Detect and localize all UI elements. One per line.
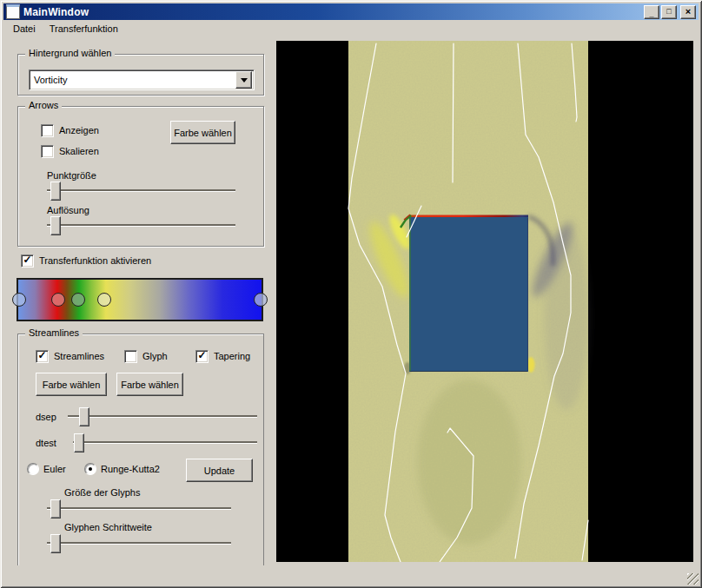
combobox-dropdown-button[interactable] xyxy=(235,71,252,89)
transfer-control-point[interactable] xyxy=(71,293,85,307)
radio-runge-kutta2[interactable]: Runge-Kutta2 xyxy=(84,463,160,475)
arrows-group-label: Arrows xyxy=(25,100,62,110)
radio-label: Euler xyxy=(43,464,66,474)
slider-track[interactable] xyxy=(73,441,257,443)
transfer-gradient[interactable] xyxy=(17,278,263,321)
checkbox-streamlines[interactable]: ✓ Streamlines xyxy=(36,350,104,362)
slider-track[interactable] xyxy=(47,507,231,509)
streamlines-groupbox: Streamlines ✓ Streamlines ✓ Glyph ✓ Tape… xyxy=(17,334,264,565)
checkbox-box[interactable]: ✓ xyxy=(36,350,49,363)
slider-handle[interactable] xyxy=(79,407,89,426)
glyph-step-label: Glyphen Schrittweite xyxy=(64,522,152,532)
dsep-label: dsep xyxy=(36,412,56,422)
obstacle xyxy=(409,216,528,372)
slider-handle[interactable] xyxy=(50,534,61,553)
checkbox-box[interactable]: ✓ xyxy=(124,350,137,363)
checkbox-box[interactable]: ✓ xyxy=(41,145,54,158)
visualization-canvas[interactable] xyxy=(276,41,693,562)
radio-dot-icon xyxy=(89,467,92,471)
glyph-size-slider[interactable] xyxy=(47,499,231,517)
checkbox-label: Glyph xyxy=(142,351,168,361)
dtest-slider[interactable] xyxy=(73,433,257,451)
slider-track[interactable] xyxy=(68,415,257,417)
minimize-button[interactable]: _ xyxy=(644,5,659,19)
arrows-color-button[interactable]: Farbe wählen xyxy=(170,121,235,144)
check-icon: ✓ xyxy=(37,350,46,360)
background-combobox[interactable]: Vorticity xyxy=(29,69,255,90)
aufloesung-label: Auflösung xyxy=(47,205,89,215)
dtest-label: dtest xyxy=(36,438,56,448)
menu-transferfunktion[interactable]: Transferfunktion xyxy=(43,22,124,36)
slider-handle[interactable] xyxy=(50,499,61,519)
slider-handle[interactable] xyxy=(50,216,61,235)
visualization-area[interactable] xyxy=(276,41,693,562)
slider-handle[interactable] xyxy=(50,182,61,201)
window-title: MainWindow xyxy=(23,6,644,18)
glyph-color-button[interactable]: Farbe wählen xyxy=(116,373,183,396)
glyph-size-label: Größe der Glyphs xyxy=(64,487,140,498)
checkbox-tapering[interactable]: ✓ Tapering xyxy=(195,350,250,362)
radio-euler[interactable]: Euler xyxy=(27,463,66,475)
check-icon: ✓ xyxy=(23,254,31,265)
aufloesung-slider[interactable] xyxy=(47,216,235,234)
slider-track[interactable] xyxy=(47,224,235,226)
maximize-icon: □ xyxy=(666,8,671,16)
checkbox-label: Transferfunktion aktivieren xyxy=(39,255,151,266)
checkbox-label: Skalieren xyxy=(59,146,99,156)
radio-circle[interactable] xyxy=(27,463,39,475)
background-groupbox: Hintergrund wählen Vorticity xyxy=(17,54,264,96)
slider-track[interactable] xyxy=(47,189,235,191)
maximize-button[interactable]: □ xyxy=(661,5,677,19)
streamline-color-button[interactable]: Farbe wählen xyxy=(36,373,107,396)
radio-label: Runge-Kutta2 xyxy=(101,464,160,474)
transfer-control-point[interactable] xyxy=(12,293,26,307)
punktgroesse-label: Punktgröße xyxy=(47,170,96,181)
check-icon: ✓ xyxy=(197,350,206,360)
control-panel: Hintergrund wählen Vorticity Arrows ✓ An… xyxy=(7,40,271,565)
background-group-label: Hintergrund wählen xyxy=(25,48,115,58)
checkbox-glyph[interactable]: ✓ Glyph xyxy=(124,350,168,362)
checkbox-label: Streamlines xyxy=(54,351,104,361)
checkbox-box[interactable]: ✓ xyxy=(21,254,34,268)
slider-handle[interactable] xyxy=(74,433,84,453)
checkbox-box[interactable]: ✓ xyxy=(195,350,209,363)
radio-circle[interactable] xyxy=(84,463,96,475)
checkbox-box[interactable]: ✓ xyxy=(41,124,54,137)
streamlines-group-label: Streamlines xyxy=(25,327,83,338)
checkbox-anzeigen[interactable]: ✓ Anzeigen xyxy=(41,124,99,136)
close-button[interactable]: × xyxy=(680,5,696,19)
background-combobox-value: Vorticity xyxy=(30,75,235,85)
transfer-control-point[interactable] xyxy=(51,293,65,307)
minimize-icon: _ xyxy=(649,10,653,18)
checkbox-skalieren[interactable]: ✓ Skalieren xyxy=(41,145,99,157)
checkbox-label: Tapering xyxy=(214,351,250,361)
app-window-icon[interactable] xyxy=(6,4,20,19)
title-bar[interactable]: MainWindow _ □ × xyxy=(3,3,699,20)
checkbox-transferfunktion[interactable]: ✓ Transferfunktion aktivieren xyxy=(21,254,151,267)
resize-grip[interactable] xyxy=(687,573,699,585)
menu-bar: Datei Transferfunktion xyxy=(3,20,699,37)
glyph-step-slider[interactable] xyxy=(47,534,231,552)
dsep-slider[interactable] xyxy=(68,407,257,425)
transfer-control-point[interactable] xyxy=(254,293,268,307)
checkbox-label: Anzeigen xyxy=(59,125,99,135)
arrows-groupbox: Arrows ✓ Anzeigen ✓ Skalieren Farbe wähl… xyxy=(17,106,264,247)
menu-datei[interactable]: Datei xyxy=(7,22,42,36)
slider-track[interactable] xyxy=(47,542,231,544)
transfer-control-point[interactable] xyxy=(97,293,111,307)
close-icon: × xyxy=(685,7,691,17)
chevron-down-icon xyxy=(241,78,248,83)
update-button[interactable]: Update xyxy=(186,459,253,482)
punktgroesse-slider[interactable] xyxy=(47,182,235,199)
main-window: MainWindow _ □ × Datei Transferfunktion … xyxy=(0,0,702,588)
